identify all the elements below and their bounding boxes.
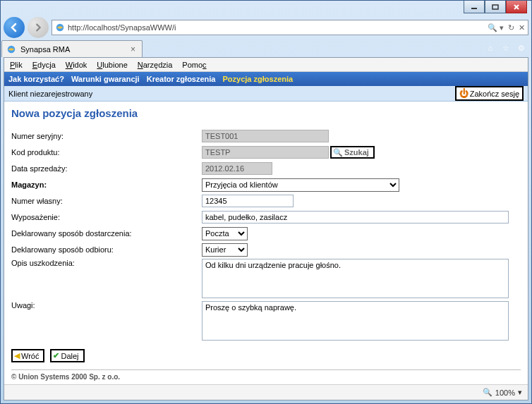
menu-file[interactable]: Plik	[10, 61, 23, 69]
menu-help[interactable]: Pomoc	[182, 61, 206, 69]
tab-close-icon[interactable]: ×	[128, 44, 138, 54]
field-serial: TEST001	[202, 130, 329, 142]
content-area: Plik Edycja Widok Ulubione Narzędzia Pom…	[4, 57, 528, 400]
status-bar: 🔍 100% ▾	[4, 384, 528, 400]
label-product-code: Kod produktu:	[11, 148, 202, 157]
end-session-button[interactable]: ⏻ Zakończ sesję	[455, 86, 524, 101]
ie-icon	[55, 23, 65, 32]
tab-synapsa[interactable]: Synapsa RMA ×	[1, 40, 143, 57]
menu-favorites[interactable]: Ulubione	[97, 61, 127, 69]
app-navbar: Jak korzystać? Warunki gwarancji Kreator…	[4, 72, 528, 86]
label-equipment: Wyposażenie:	[11, 213, 202, 221]
field-product-code: TESTP	[202, 146, 329, 159]
nav-wizard[interactable]: Kreator zgłoszenia	[147, 75, 216, 83]
form-actions: ◀ Wróć ✔ Dalej	[11, 349, 521, 362]
ie-menubar: Plik Edycja Widok Ulubione Narzędzia Pom…	[4, 58, 528, 72]
input-own-num[interactable]	[202, 195, 294, 207]
textarea-notes[interactable]	[202, 301, 509, 341]
stop-icon[interactable]: ✕	[519, 23, 525, 32]
zoom-level: 100%	[495, 388, 515, 397]
next-label: Dalej	[61, 352, 78, 360]
back-form-button[interactable]: ◀ Wróć	[11, 349, 44, 362]
window-titlebar	[1, 1, 531, 16]
label-delivery: Deklarowany sposób dostarczenia:	[11, 229, 202, 238]
label-notes: Uwagi:	[11, 301, 202, 310]
label-pickup: Deklarowany sposób odbioru:	[11, 245, 202, 254]
search-button[interactable]: 🔍 Szukaj	[330, 146, 375, 159]
zoom-icon[interactable]: 🔍	[483, 388, 492, 397]
search-label: Szukaj	[344, 148, 369, 157]
client-status: Klient niezarejestrowany	[8, 90, 92, 98]
footer-divider	[11, 369, 521, 370]
nav-warranty[interactable]: Warunki gwarancji	[71, 75, 140, 83]
minimize-button[interactable]	[464, 1, 485, 13]
check-icon: ✔	[53, 351, 59, 360]
window-controls	[464, 1, 527, 13]
forward-button[interactable]	[28, 17, 49, 38]
maximize-button[interactable]	[485, 1, 506, 13]
label-serial: Numer seryjny:	[11, 132, 202, 140]
label-warehouse: Magazyn:	[11, 180, 202, 189]
search-dropdown-icon[interactable]: 🔍 ▾	[488, 23, 504, 32]
svg-rect-1	[492, 5, 498, 9]
field-sale-date: 2012.02.16	[202, 162, 272, 175]
menu-edit[interactable]: Edycja	[32, 61, 56, 69]
power-icon: ⏻	[459, 88, 468, 99]
next-form-button[interactable]: ✔ Dalej	[50, 349, 84, 362]
arrow-left-icon	[8, 22, 20, 33]
settings-icon[interactable]: ⚙	[516, 42, 527, 54]
back-icon: ◀	[14, 351, 20, 360]
search-icon: 🔍	[333, 148, 343, 157]
ie-icon	[6, 44, 16, 54]
close-button[interactable]	[506, 1, 527, 13]
arrow-right-icon	[33, 23, 43, 32]
select-warehouse[interactable]: Przyjęcia od klientów	[202, 178, 399, 192]
page-body: Nowa pozycja zgłoszenia Numer seryjny: T…	[4, 102, 528, 386]
address-tools: 🔍 ▾ ↻ ✕	[488, 23, 525, 32]
label-damage: Opis uszkodzenia:	[11, 259, 202, 267]
menu-view[interactable]: Widok	[66, 61, 87, 69]
zoom-dropdown-icon[interactable]: ▾	[518, 388, 522, 397]
tab-title: Synapsa RMA	[20, 45, 70, 54]
back-button[interactable]	[4, 17, 25, 38]
back-label: Wróć	[21, 352, 39, 360]
refresh-icon[interactable]: ↻	[508, 23, 514, 32]
browser-window: 🔍 ▾ ↻ ✕ Synapsa RMA × ⌂ ☆ ⚙ Plik Edycja …	[0, 0, 532, 404]
nav-position[interactable]: Pozycja zgłoszenia	[223, 75, 294, 83]
nav-howto[interactable]: Jak korzystać?	[8, 75, 64, 83]
address-bar[interactable]: 🔍 ▾ ↻ ✕	[52, 20, 528, 35]
header-icons: ⌂ ☆ ⚙	[480, 42, 531, 54]
select-delivery[interactable]: Poczta	[202, 227, 248, 240]
label-own-num: Numer własny:	[11, 197, 202, 205]
tab-bar: Synapsa RMA ×	[1, 39, 480, 57]
select-pickup[interactable]: Kurier	[202, 243, 248, 257]
textarea-damage[interactable]	[202, 259, 509, 298]
end-session-label: Zakończ sesję	[470, 90, 519, 98]
home-icon[interactable]: ⌂	[485, 42, 496, 54]
favorites-icon[interactable]: ☆	[500, 42, 512, 54]
page-title: Nowa pozycja zgłoszenia	[11, 107, 521, 119]
url-input[interactable]	[68, 23, 485, 32]
menu-tools[interactable]: Narzędzia	[138, 61, 173, 69]
label-sale-date: Data sprzedaży:	[11, 164, 202, 173]
nav-toolbar: 🔍 ▾ ↻ ✕	[1, 16, 531, 39]
copyright: © Union Systems 2000 Sp. z o.o.	[11, 373, 521, 381]
session-bar: Klient niezarejestrowany ⏻ Zakończ sesję	[4, 86, 528, 102]
input-equipment[interactable]	[202, 211, 509, 224]
